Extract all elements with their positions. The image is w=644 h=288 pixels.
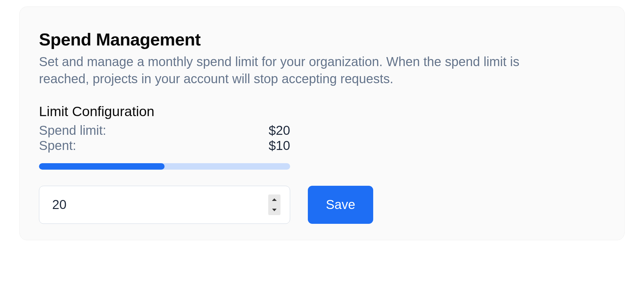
limit-config-title: Limit Configuration bbox=[39, 104, 605, 119]
limit-input-wrapper bbox=[39, 186, 290, 224]
limit-info-grid: Spend limit: $20 Spent: $10 bbox=[39, 123, 290, 153]
limit-form-row: Save bbox=[39, 186, 605, 224]
section-description: Set and manage a monthly spend limit for… bbox=[39, 53, 570, 87]
spent-label: Spent: bbox=[39, 138, 76, 153]
spend-limit-label: Spend limit: bbox=[39, 123, 106, 138]
spend-management-card: Spend Management Set and manage a monthl… bbox=[19, 6, 625, 240]
spend-progress-fill bbox=[39, 163, 165, 170]
number-stepper bbox=[268, 194, 280, 215]
section-title: Spend Management bbox=[39, 29, 605, 49]
stepper-up-button[interactable] bbox=[268, 194, 280, 205]
spent-row: Spent: $10 bbox=[39, 138, 290, 153]
spend-progress-bar bbox=[39, 163, 290, 170]
spend-limit-row: Spend limit: $20 bbox=[39, 123, 290, 138]
save-button[interactable]: Save bbox=[308, 186, 373, 224]
chevron-up-icon bbox=[272, 198, 277, 201]
spend-limit-value: $20 bbox=[269, 123, 290, 138]
stepper-down-button[interactable] bbox=[268, 205, 280, 215]
spent-value: $10 bbox=[269, 138, 290, 153]
svg-marker-0 bbox=[272, 198, 277, 201]
svg-marker-1 bbox=[272, 209, 277, 211]
chevron-down-icon bbox=[272, 208, 277, 212]
spend-limit-input[interactable] bbox=[39, 186, 290, 224]
